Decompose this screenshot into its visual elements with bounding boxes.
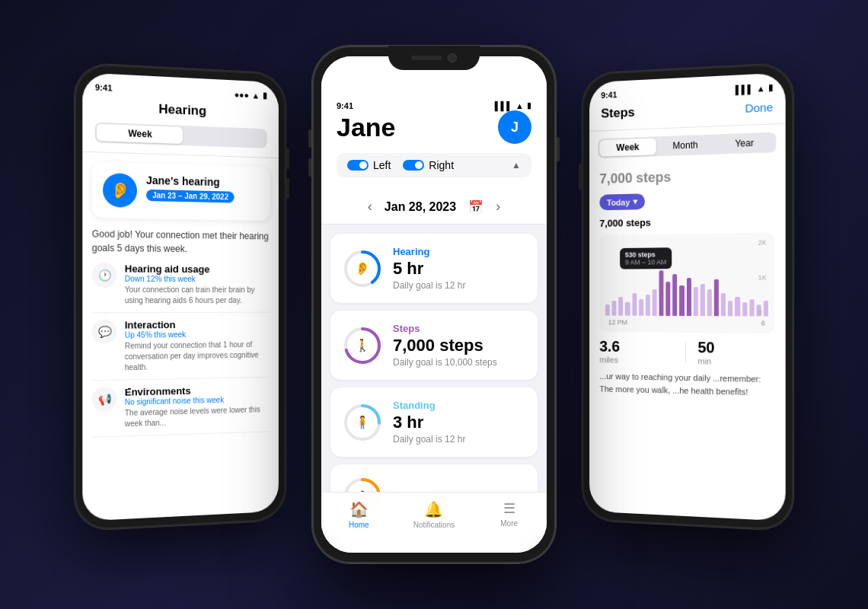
chart-bar	[632, 293, 637, 316]
metric-hearing-title: Hearing aid usage	[125, 263, 270, 275]
current-date: Jan 28, 2023	[385, 200, 456, 214]
menu-icon: ☰	[503, 500, 515, 517]
phones-container: 9:41 ●●● ▲ ▮ Hearing Week	[15, 8, 853, 601]
chart-bar	[714, 279, 719, 316]
calendar-icon[interactable]: 📅	[468, 199, 483, 214]
chart-bar	[605, 304, 610, 316]
standing-category-label: Standing	[393, 400, 465, 411]
chart-bar	[721, 293, 726, 316]
hearing-category-label: Hearing	[393, 246, 465, 257]
center-battery-icon: ▮	[527, 100, 531, 110]
metric-env-text: Environments No significant noise this w…	[125, 384, 270, 430]
standing-metric-card[interactable]: 🧍 Standing 3 hr Daily goal is 12 hr	[330, 387, 538, 457]
tab-bar: 🏠 Home 🔔 Notifications ☰ More	[321, 492, 547, 553]
bar-chart: 530 steps9 AM – 10 AM2K1K0	[605, 239, 768, 317]
home-tab-label: Home	[349, 521, 369, 529]
user-name-title: Jane	[337, 113, 396, 142]
left-ear-option[interactable]: Left	[347, 159, 391, 171]
bar-chart-container: 530 steps9 AM – 10 AM2K1K0 12 PM 6	[599, 232, 774, 333]
left-time: 9:41	[95, 82, 113, 93]
chart-bar	[694, 287, 698, 316]
standing-goal: Daily goal is 12 hr	[393, 434, 465, 445]
left-status-icons: ●●● ▲ ▮	[235, 89, 267, 100]
steps-hero-number: 7,000 steps	[599, 167, 774, 187]
metric-interaction-text: Interaction Up 45% this week Remind your…	[125, 318, 270, 373]
steps-category-label: Steps	[393, 323, 497, 334]
hearing-metric-card[interactable]: 👂 Hearing 5 hr Daily goal is 12 hr	[330, 234, 538, 303]
right-ear-option[interactable]: Right	[403, 159, 454, 171]
miles-label: miles	[599, 355, 672, 365]
right-wifi-icon: ▲	[757, 83, 765, 93]
steps-value: 7,000 steps	[393, 336, 497, 356]
user-avatar[interactable]: J	[498, 110, 531, 144]
metric-interaction-desc: Remind your connection that 1 hour of co…	[125, 340, 270, 373]
standing-value: 3 hr	[393, 413, 465, 432]
chat-icon: 💬	[92, 319, 117, 344]
minutes-label: min	[697, 356, 774, 367]
stats-row: 3.6 miles 50 min	[599, 338, 774, 367]
left-volume-down	[308, 158, 311, 177]
center-wifi-icon: ▲	[515, 101, 524, 110]
chart-bar	[659, 270, 664, 316]
phone-notch	[388, 46, 480, 70]
week-tab[interactable]: Week	[97, 124, 183, 144]
stat-divider	[685, 342, 686, 362]
hearing-value: 5 hr	[393, 259, 465, 279]
notifications-tab[interactable]: 🔔 Notifications	[411, 500, 457, 529]
summary-text: Good job! Your connection met their hear…	[92, 227, 270, 257]
hearing-summary-card[interactable]: 👂 Jane's hearing Jan 23 – Jan 29, 2022	[92, 161, 270, 221]
steps-card-info: Steps 7,000 steps Daily goal is 10,000 s…	[393, 323, 497, 368]
notifications-tab-label: Notifications	[413, 521, 455, 529]
left-header: 9:41 ●●● ▲ ▮ Hearing Week	[82, 72, 279, 158]
chart-bar	[625, 302, 630, 316]
chart-bar	[612, 301, 617, 316]
today-badge[interactable]: Today ▾	[599, 193, 644, 210]
minutes-value: 50	[697, 339, 774, 357]
steps-sub-label: 7,000 steps	[589, 211, 786, 231]
center-status-icons: ▌▌▌ ▲ ▮	[495, 100, 531, 110]
right-phone-screen: 9:41 ▌▌▌ ▲ ▮ Steps Done Week Month	[589, 72, 786, 521]
center-top-bar: 9:41 ▌▌▌ ▲ ▮ Jane J	[321, 56, 547, 190]
month-tab[interactable]	[183, 127, 266, 147]
metric-interaction: 💬 Interaction Up 45% this week Remind yo…	[92, 318, 270, 381]
hearing-card-info: Hearing 5 hr Daily goal is 12 hr	[393, 246, 465, 291]
metric-environments: 📢 Environments No significant noise this…	[92, 384, 270, 438]
miles-value: 3.6	[599, 338, 672, 356]
right-signal-icon: ▌▌▌	[736, 84, 754, 94]
right-title-row: Steps Done	[601, 99, 773, 122]
year-tab-right[interactable]: Year	[715, 134, 775, 153]
right-battery-icon: ▮	[768, 82, 773, 93]
center-header-row: Jane J	[337, 110, 531, 144]
done-button[interactable]: Done	[745, 100, 773, 114]
left-screen-content: 9:41 ●●● ▲ ▮ Hearing Week	[82, 72, 279, 521]
date-next-button[interactable]: ›	[496, 199, 500, 215]
minutes-stat: 50 min	[697, 339, 774, 367]
week-selector: Week	[95, 122, 267, 148]
chart-bar	[672, 274, 677, 316]
metric-env-desc: The average noise levels were lower this…	[125, 404, 270, 429]
date-prev-button[interactable]: ‹	[368, 199, 372, 215]
more-tab[interactable]: ☰ More	[487, 500, 532, 528]
chart-bar	[756, 304, 761, 316]
steps-metric-card[interactable]: 🚶 Steps 7,000 steps Daily goal is 10,000…	[330, 311, 538, 380]
right-status-bar: 9:41 ▌▌▌ ▲ ▮	[601, 79, 773, 100]
steps-goal: Daily goal is 10,000 steps	[393, 357, 497, 368]
clock-icon: 🕐	[92, 263, 117, 288]
metric-hearing-usage: 🕐 Hearing aid usage Down 12% this week Y…	[92, 263, 270, 313]
month-tab-right[interactable]: Month	[656, 136, 715, 155]
chart-bar	[749, 299, 754, 316]
right-phone: 9:41 ▌▌▌ ▲ ▮ Steps Done Week Month	[582, 63, 793, 531]
week-tab-right[interactable]: Week	[599, 138, 656, 156]
chart-bar	[618, 297, 623, 316]
chart-label-6: 6	[761, 320, 765, 327]
signal-icon: ●●●	[235, 90, 249, 100]
left-screen-title: Hearing	[95, 99, 267, 122]
time-tabs: Week Month Year	[598, 132, 776, 158]
metric-interaction-subtitle: Up 45% this week	[125, 330, 270, 340]
reach-text: ...ur way to reaching your daily ...reme…	[599, 370, 774, 399]
chart-bar	[646, 295, 650, 316]
chart-label-12pm: 12 PM	[608, 318, 627, 326]
ear-selector[interactable]: Left Right ▲	[337, 153, 531, 177]
home-tab[interactable]: 🏠 Home	[336, 500, 381, 529]
standing-card-info: Standing 3 hr Daily goal is 12 hr	[393, 400, 465, 445]
